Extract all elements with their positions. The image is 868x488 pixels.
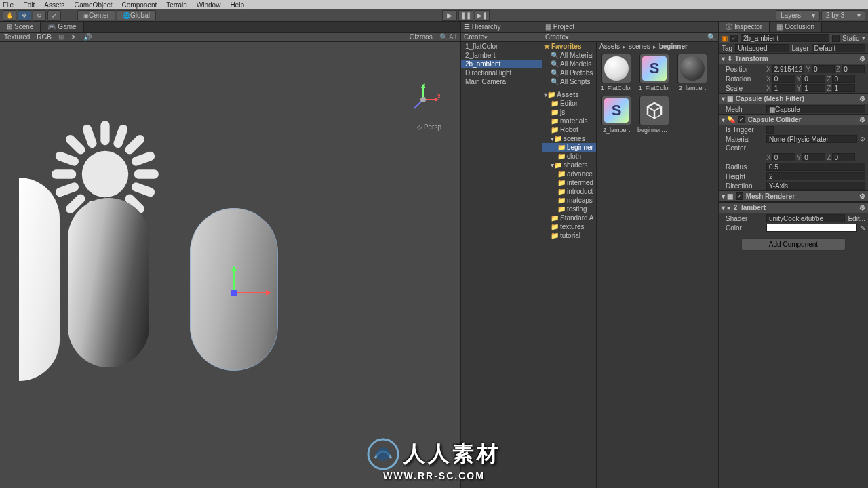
folder-item[interactable]: ▾📁scenes	[542, 134, 596, 143]
audio-toggle[interactable]: 🔊	[83, 33, 92, 41]
edit-button[interactable]: Edit...	[848, 215, 865, 222]
eyedropper-icon[interactable]: ✎	[860, 224, 865, 232]
gear-icon[interactable]: ⚙	[859, 95, 865, 102]
asset-item[interactable]: beginnerSc...	[637, 96, 671, 134]
folder-item[interactable]: 📁Standard A	[542, 214, 596, 222]
tag-dropdown[interactable]: Untagged	[735, 44, 789, 52]
rot-y[interactable]: 0	[802, 75, 825, 83]
active-checkbox[interactable]: ✓	[730, 35, 738, 42]
hierarchy-item[interactable]: Directional light	[461, 68, 542, 77]
scl-y[interactable]: 1	[802, 84, 825, 92]
menu-terrain[interactable]: Terrain	[166, 1, 187, 9]
menu-assets[interactable]: Assets	[44, 1, 64, 9]
fav-item[interactable]: 🔍All Scripts	[542, 77, 596, 86]
material-header[interactable]: ▾ ● 2_lambert⚙	[719, 202, 868, 214]
tab-scene[interactable]: ⊞ Scene	[0, 22, 41, 32]
hierarchy-item[interactable]: 1_flatColor	[461, 42, 542, 51]
space-toggle[interactable]: 🌐 Global	[117, 10, 156, 20]
layers-dropdown[interactable]: Layers▾	[776, 10, 820, 20]
folder-item[interactable]: 📁textures	[542, 222, 596, 231]
menu-window[interactable]: Window	[197, 1, 221, 9]
scl-x[interactable]: 1	[772, 84, 795, 92]
is-trigger-checkbox[interactable]	[766, 126, 774, 134]
hierarchy-create[interactable]: Create	[464, 33, 484, 41]
add-component-button[interactable]: Add Component	[741, 238, 846, 251]
pos-z[interactable]: 0	[842, 65, 865, 73]
static-checkbox[interactable]	[832, 35, 840, 42]
folder-item[interactable]: 📁matcaps	[542, 196, 596, 205]
tab-game[interactable]: 🎮 Game	[41, 22, 83, 32]
menu-help[interactable]: Help	[230, 1, 244, 9]
gizmos-dropdown[interactable]: Gizmos	[410, 33, 433, 41]
rot-z[interactable]: 0	[832, 75, 855, 83]
radius-field[interactable]: 0.5	[766, 163, 865, 171]
height-field[interactable]: 2	[766, 172, 865, 180]
capsule-object-2[interactable]	[68, 198, 149, 367]
folder-item[interactable]: 📁materials	[542, 117, 596, 125]
physic-material-field[interactable]: None (Physic Mater	[766, 135, 857, 143]
tool-rotate[interactable]: ↻	[33, 10, 46, 21]
fav-item[interactable]: 🔍All Material	[542, 51, 596, 60]
scene-viewport[interactable]: y x ◇ Persp	[0, 42, 460, 488]
fav-item[interactable]: 🔍All Models	[542, 60, 596, 68]
color-swatch[interactable]	[766, 224, 857, 232]
center-y[interactable]: 0	[802, 153, 825, 161]
direction-dropdown[interactable]: Y-Axis	[766, 182, 865, 190]
assets-header[interactable]: ▾📁 Assets	[542, 90, 596, 99]
light-toggle[interactable]: ☀	[71, 33, 77, 41]
favorites-header[interactable]: ★ Favorites	[542, 42, 596, 51]
asset-item[interactable]: 1_FlatColor	[599, 54, 633, 92]
hierarchy-item-selected[interactable]: 2b_ambient	[461, 60, 542, 68]
folder-item[interactable]: 📁Robot	[542, 125, 596, 134]
menu-file[interactable]: File	[3, 1, 14, 9]
renderer-enabled[interactable]: ✓	[736, 192, 743, 200]
center-z[interactable]: 0	[832, 153, 855, 161]
asset-item[interactable]: 2_lambert	[675, 54, 709, 92]
tab-inspector[interactable]: ⓘ Inspector	[719, 22, 770, 32]
pivot-toggle[interactable]: ◉ Center	[77, 10, 115, 20]
folder-item[interactable]: 📁cloth	[542, 152, 596, 161]
folder-item[interactable]: 📁introduct	[542, 187, 596, 196]
breadcrumb[interactable]: Assets ▸ scenes ▸ beginner	[597, 42, 718, 51]
folder-item[interactable]: 📁Editor	[542, 99, 596, 108]
layout-dropdown[interactable]: 2 by 3▾	[821, 10, 865, 20]
folder-item[interactable]: ▾📁shaders	[542, 161, 596, 169]
gear-icon[interactable]: ⚙	[859, 192, 865, 200]
gear-icon[interactable]: ⚙	[859, 116, 865, 123]
collider-header[interactable]: ▾ 💊 ✓ Capsule Collider⚙	[719, 114, 868, 125]
gear-icon[interactable]: ⚙	[859, 55, 865, 62]
renderer-header[interactable]: ▾ ▦ ✓ Mesh Renderer⚙	[719, 190, 868, 202]
folder-item-selected[interactable]: 📁beginner	[542, 143, 596, 152]
hierarchy-item[interactable]: 2_lambert	[461, 51, 542, 60]
render-mode[interactable]: RGB	[37, 33, 52, 41]
projection-label[interactable]: ◇ Persp	[417, 123, 441, 131]
orientation-gizmo[interactable]: y x	[406, 83, 440, 117]
tab-occlusion[interactable]: ▦ Occlusion	[770, 22, 822, 32]
shader-dropdown[interactable]: unityCookie/tut/be	[766, 214, 845, 222]
folder-item[interactable]: 📁advance	[542, 169, 596, 178]
move-gizmo[interactable]	[220, 266, 275, 320]
folder-item[interactable]: 📁tutorial	[542, 231, 596, 240]
folder-item[interactable]: 📁js	[542, 108, 596, 117]
tool-hand[interactable]: ✋	[3, 10, 16, 21]
tool-move[interactable]: ✥	[18, 10, 31, 21]
object-name-field[interactable]: 2b_ambient	[741, 34, 829, 42]
menu-gameobject[interactable]: GameObject	[74, 1, 112, 9]
tool-scale[interactable]: ⤢	[47, 10, 61, 21]
pos-x[interactable]: 2.915412	[772, 65, 805, 73]
gear-icon[interactable]: ⚙	[859, 204, 865, 211]
pos-y[interactable]: 0	[812, 65, 835, 73]
folder-item[interactable]: 📁intermed	[542, 178, 596, 187]
asset-item[interactable]: S2_lambert	[599, 96, 633, 134]
hierarchy-item[interactable]: Main Camera	[461, 77, 542, 86]
center-x[interactable]: 0	[772, 153, 795, 161]
asset-item[interactable]: S1_FlatColor	[637, 54, 671, 92]
layer-dropdown[interactable]: Default	[812, 44, 865, 52]
transform-header[interactable]: ▾ ⬇ Transform⚙	[719, 53, 868, 64]
shading-mode[interactable]: Textured	[4, 33, 30, 41]
pause-button[interactable]: ❚❚	[458, 10, 473, 21]
capsule-object-1[interactable]	[19, 178, 60, 381]
mesh-filter-header[interactable]: ▾ ▦ Capsule (Mesh Filter)⚙	[719, 93, 868, 104]
collider-enabled[interactable]: ✓	[738, 116, 745, 123]
project-create[interactable]: Create	[545, 33, 566, 41]
